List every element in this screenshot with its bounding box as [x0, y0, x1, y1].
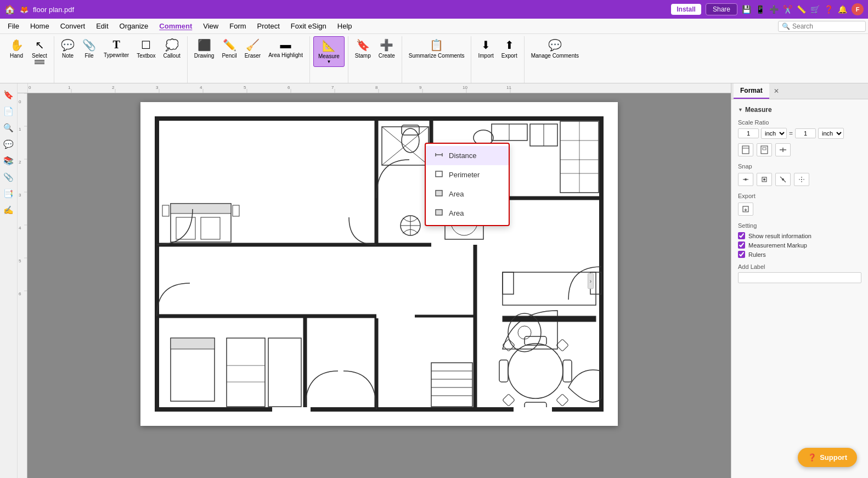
tab-close-icon[interactable]: ✕: [771, 85, 781, 97]
menu-foxit-esign[interactable]: Foxit eSign: [285, 20, 332, 32]
add-icon[interactable]: ➕: [769, 5, 779, 14]
ruler-icon[interactable]: 📏: [797, 5, 806, 14]
menu-convert[interactable]: Convert: [55, 20, 91, 32]
pencil-button[interactable]: ✏️ Pencil: [218, 36, 240, 61]
svg-text:5: 5: [244, 85, 246, 90]
export-button[interactable]: ⬆ Export: [498, 36, 521, 61]
perimeter-item[interactable]: Perimeter: [426, 165, 509, 184]
right-panel: Format ✕ ▼ Measure Scale Ratio inch cm m…: [731, 83, 868, 478]
scale-page2-btn[interactable]: [757, 143, 772, 156]
snap-btn-2[interactable]: [757, 173, 772, 186]
scale-unit1-select[interactable]: inch cm mm ft: [761, 128, 787, 139]
textbox-icon: ☐: [141, 38, 151, 52]
ribbon-group-measure: 📐 Measure ▼: [310, 36, 348, 83]
sidebar-search-icon[interactable]: 🔍: [1, 121, 16, 135]
menu-view[interactable]: View: [198, 20, 224, 32]
bell-icon[interactable]: 🔔: [838, 5, 847, 14]
menu-organize[interactable]: Organize: [114, 20, 154, 32]
svg-rect-82: [503, 316, 596, 322]
area-item-2[interactable]: Area: [426, 204, 509, 223]
hand-button[interactable]: ✋ Hand: [5, 36, 27, 61]
create-button[interactable]: ➕ Create: [375, 36, 398, 61]
callout-icon: 💭: [165, 38, 179, 52]
share-button[interactable]: Share: [706, 3, 737, 15]
sidebar-bookmark-icon[interactable]: 🔖: [1, 88, 16, 102]
menu-edit[interactable]: Edit: [91, 20, 114, 32]
measurement-markup-row: Measurement Markup: [738, 241, 861, 249]
snap-btn-4[interactable]: [794, 173, 809, 186]
scale-measure-btn[interactable]: [775, 143, 791, 156]
measure-button[interactable]: 📐 Measure ▼: [313, 36, 345, 67]
user-avatar[interactable]: F: [852, 3, 864, 15]
sidebar-comment-icon[interactable]: 💬: [1, 137, 16, 151]
scissors-icon[interactable]: ✂️: [783, 5, 792, 14]
svg-text:11: 11: [506, 85, 511, 90]
rulers-checkbox[interactable]: [738, 251, 745, 258]
menu-help[interactable]: Help: [332, 20, 358, 32]
menu-home[interactable]: Home: [25, 20, 55, 32]
select-icon: ↖: [35, 38, 44, 52]
search-box: 🔍: [778, 21, 866, 32]
support-icon: ❓: [808, 453, 816, 462]
panel-collapse-arrow[interactable]: ›: [588, 273, 594, 289]
pdf-canvas[interactable]: [27, 93, 731, 478]
export-label: Export: [738, 193, 861, 199]
manage-comments-button[interactable]: 💬 Manage Comments: [528, 36, 582, 61]
install-button[interactable]: Install: [671, 4, 701, 15]
svg-point-90: [508, 344, 563, 398]
measure-dropdown: Distance Perimeter Area Area: [425, 143, 510, 226]
typewriter-button[interactable]: T Typewriter: [100, 36, 132, 60]
area-highlight-button[interactable]: ▬ Area Highlight: [265, 36, 306, 60]
scale-value1-input[interactable]: [738, 128, 759, 138]
file-button[interactable]: 📎 File: [79, 36, 99, 61]
snap-buttons-row: [738, 173, 861, 186]
menu-form[interactable]: Form: [224, 20, 251, 32]
import-button[interactable]: ⬇ Import: [475, 36, 497, 61]
eraser-button[interactable]: 🧹 Eraser: [241, 36, 264, 61]
add-label-input[interactable]: [738, 272, 861, 283]
drawing-button[interactable]: ⬛ Drawing: [191, 36, 218, 61]
menu-protect[interactable]: Protect: [252, 20, 285, 32]
cart-icon[interactable]: 🛒: [810, 5, 820, 14]
scale-value2-input[interactable]: [795, 128, 816, 138]
save-icon[interactable]: 💾: [742, 5, 751, 14]
scale-page-btn[interactable]: [738, 143, 753, 156]
menu-comment[interactable]: Comment: [154, 20, 198, 32]
support-button[interactable]: ❓ Support: [798, 448, 857, 467]
svg-text:0: 0: [29, 85, 31, 90]
measure-icon: 📐: [322, 39, 336, 52]
help-icon[interactable]: ❓: [824, 5, 833, 14]
area-item-1[interactable]: Area: [426, 184, 509, 204]
stamp-button[interactable]: 🔖 Stamp: [352, 36, 374, 61]
summarize-button[interactable]: 📋 Summarize Comments: [405, 36, 468, 61]
select-button[interactable]: ↖ Select: [29, 36, 50, 66]
sidebar-layers-icon[interactable]: 📚: [1, 154, 16, 168]
format-tab[interactable]: Format: [734, 83, 769, 99]
svg-text:5: 5: [19, 258, 21, 263]
measurement-markup-checkbox[interactable]: [738, 241, 745, 249]
svg-rect-94: [563, 360, 572, 382]
sync-icon[interactable]: 📱: [756, 5, 765, 14]
textbox-button[interactable]: ☐ Textbox: [133, 36, 159, 61]
export-btn-1[interactable]: [738, 203, 753, 216]
search-icon: 🔍: [782, 23, 790, 30]
show-result-checkbox[interactable]: [738, 232, 745, 239]
sidebar-sign-icon[interactable]: ✍: [1, 203, 16, 217]
scale-unit2-select[interactable]: inch cm mm ft: [818, 128, 844, 139]
sidebar-doc-icon[interactable]: 📑: [1, 187, 16, 201]
callout-button[interactable]: 💭 Callout: [160, 36, 184, 61]
distance-item[interactable]: Distance: [426, 146, 509, 165]
sidebar-page-icon[interactable]: 📄: [1, 104, 16, 119]
svg-rect-101: [227, 338, 265, 407]
home-icon[interactable]: 🏠: [4, 4, 15, 15]
snap-btn-3[interactable]: [775, 173, 791, 186]
snap-btn-1[interactable]: [738, 173, 753, 186]
sidebar-attach-icon[interactable]: 📎: [1, 170, 16, 184]
create-icon: ➕: [380, 38, 393, 52]
svg-point-121: [745, 178, 747, 181]
ribbon-group-summarize: 📋 Summarize Comments: [402, 36, 472, 83]
svg-point-125: [782, 178, 784, 181]
note-button[interactable]: 💬 Note: [58, 36, 78, 61]
menu-file[interactable]: File: [2, 20, 25, 32]
search-input[interactable]: [792, 23, 853, 30]
